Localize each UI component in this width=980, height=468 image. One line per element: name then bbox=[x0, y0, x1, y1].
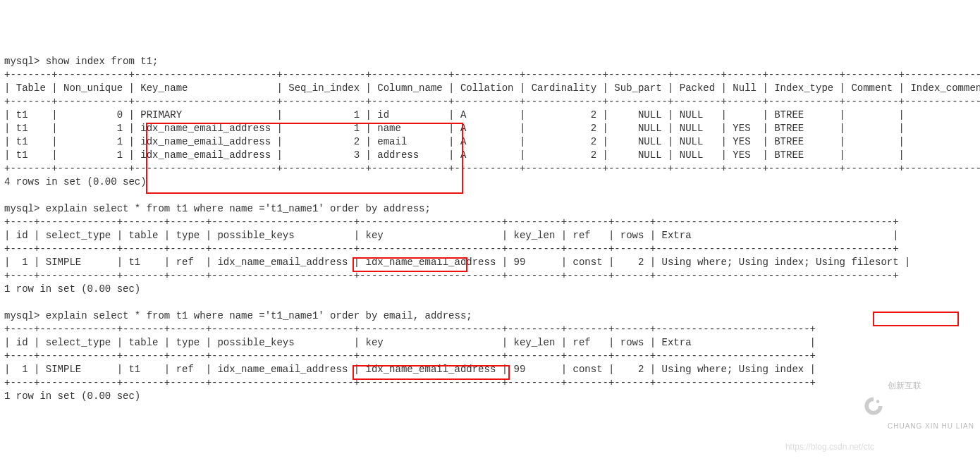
sql-query3-main: explain select * from t1 where name ='t1… bbox=[46, 310, 330, 321]
table3-border-top: +----+-------------+-------+------+-----… bbox=[4, 324, 816, 335]
table2-row1-part1: | 1 | SIMPLE | t1 | ref | idx_name_email… bbox=[4, 257, 816, 268]
table1-border-mid: +-------+------------+------------------… bbox=[4, 96, 980, 107]
svg-point-0 bbox=[876, 400, 879, 403]
table3-row1: | 1 | SIMPLE | t1 | ref | idx_name_email… bbox=[4, 364, 816, 375]
watermark-url: https://blog.csdn.net/ctc bbox=[785, 441, 874, 454]
mysql-prompt: mysql> bbox=[4, 310, 39, 321]
table2-border-top: +----+-------------+-------+------+-----… bbox=[4, 216, 899, 228]
watermark-brand: 创新互联 CHUANG XIN HU LIAN bbox=[864, 352, 974, 460]
table2-row1-filesort: Using filesort bbox=[816, 257, 899, 268]
table2-row1-part3: | bbox=[899, 257, 911, 268]
watermark-brand-sub: CHUANG XIN HU LIAN bbox=[888, 419, 974, 433]
highlight-using-filesort bbox=[873, 312, 959, 326]
sql-query3-orderby: order by email, address; bbox=[330, 310, 472, 321]
mysql-prompt: mysql> bbox=[4, 203, 39, 214]
mysql-prompt: mysql> bbox=[4, 56, 39, 67]
table1-row3: | t1 | 1 | idx_name_email_address | 2 | … bbox=[4, 136, 980, 147]
table1-header: | Table | Non_unique | Key_name | Seq_in… bbox=[4, 82, 980, 94]
table1-border-bottom: +-------+------------+------------------… bbox=[4, 163, 980, 174]
result1: 4 rows in set (0.00 sec) bbox=[4, 176, 147, 187]
sql-query-show-index: show index from t1; bbox=[46, 56, 159, 67]
sql-query2-orderby: order by address; bbox=[330, 203, 431, 214]
sql-query2-main: explain select * from t1 where name ='t1… bbox=[46, 203, 330, 214]
table2-border-mid: +----+-------------+-------+------+-----… bbox=[4, 243, 899, 254]
table2-border-bottom: +----+-------------+-------+------+-----… bbox=[4, 270, 899, 281]
table1-border-top: +-------+------------+------------------… bbox=[4, 69, 980, 80]
watermark-brand-text: 创新互联 bbox=[888, 379, 974, 393]
result3: 1 row in set (0.00 sec) bbox=[4, 390, 140, 402]
table2-header: | id | select_type | table | type | poss… bbox=[4, 230, 899, 241]
table3-header: | id | select_type | table | type | poss… bbox=[4, 337, 816, 348]
brand-logo-icon bbox=[864, 396, 883, 416]
table3-border-bottom: +----+-------------+-------+------+-----… bbox=[4, 377, 816, 388]
table1-row2: | t1 | 1 | idx_name_email_address | 1 | … bbox=[4, 123, 980, 134]
result2: 1 row in set (0.00 sec) bbox=[4, 283, 140, 295]
table1-row1: | t1 | 0 | PRIMARY | 1 | id | A | 2 | NU… bbox=[4, 109, 980, 121]
table1-row4: | t1 | 1 | idx_name_email_address | 3 | … bbox=[4, 149, 980, 161]
table3-border-mid: +----+-------------+-------+------+-----… bbox=[4, 350, 816, 362]
